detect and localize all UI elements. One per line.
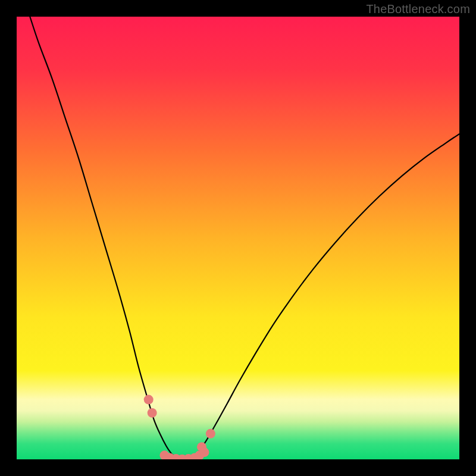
marker-dot (148, 408, 157, 418)
curve-right-curve (192, 134, 459, 458)
outer-frame: TheBottleneck.com (0, 0, 476, 476)
curves (30, 17, 459, 459)
marker-dot (199, 447, 209, 457)
plot-area (17, 17, 459, 459)
markers (144, 395, 215, 459)
curve-left-curve (30, 17, 177, 459)
marker-dot (144, 395, 154, 405)
marker-dot (206, 429, 215, 439)
curve-layer (17, 17, 459, 459)
watermark-text: TheBottleneck.com (366, 2, 470, 16)
